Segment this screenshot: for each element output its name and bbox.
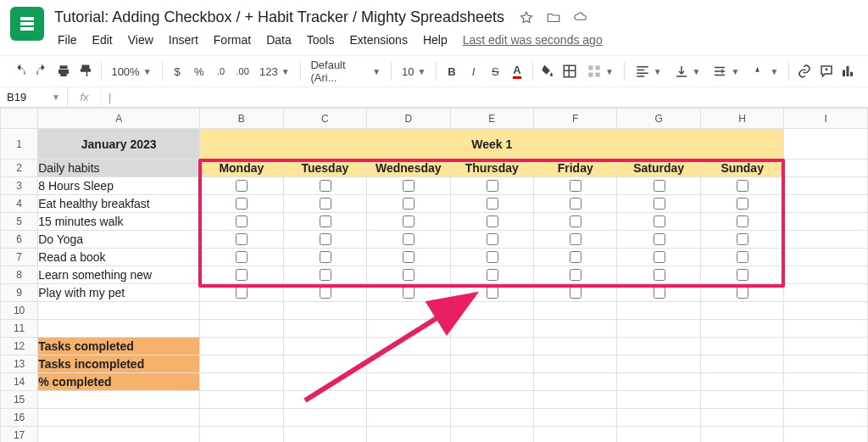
checkbox-B4[interactable] (236, 198, 248, 210)
cell-E14[interactable] (450, 373, 533, 391)
cell-C11[interactable] (283, 320, 366, 338)
checkbox-F5[interactable] (570, 215, 581, 227)
checkbox-D6[interactable] (403, 233, 415, 245)
cell-F10[interactable] (534, 302, 617, 320)
cell-I6[interactable] (784, 231, 868, 249)
cell-B17[interactable] (200, 427, 283, 443)
checkbox-B3[interactable] (236, 180, 248, 192)
column-header-C[interactable]: C (283, 109, 366, 129)
cell-F11[interactable] (534, 320, 617, 338)
checkbox-E8[interactable] (487, 269, 498, 281)
day-header-tuesday[interactable]: Tuesday (283, 159, 366, 177)
menu-tools[interactable]: Tools (300, 30, 342, 50)
habit-label-row-6[interactable]: Do Yoga (38, 231, 200, 249)
stats-label-row-12[interactable]: Tasks completed (38, 338, 200, 355)
cell-F9[interactable] (534, 284, 617, 302)
cell-D3[interactable] (367, 177, 450, 195)
more-formats-dropdown[interactable]: 123▼ (254, 59, 295, 83)
row-header-5[interactable]: 5 (1, 213, 38, 231)
cell-G17[interactable] (617, 427, 700, 443)
italic-button[interactable]: I (464, 59, 484, 83)
cell-D4[interactable] (367, 195, 450, 213)
cell-I3[interactable] (784, 177, 868, 195)
column-header-H[interactable]: H (700, 109, 783, 129)
checkbox-C3[interactable] (320, 180, 331, 192)
row-header-2[interactable]: 2 (1, 159, 38, 177)
row-header-17[interactable]: 17 (1, 427, 38, 443)
cell-F14[interactable] (534, 373, 617, 391)
cell-B5[interactable] (200, 213, 283, 231)
cell-E10[interactable] (450, 302, 533, 320)
checkbox-D4[interactable] (403, 198, 415, 210)
cloud-status-icon[interactable] (572, 9, 589, 26)
spreadsheet-grid[interactable]: ABCDEFGHI1January 2023Week 12Daily habit… (0, 108, 868, 442)
font-family-dropdown[interactable]: Default (Ari...▼ (305, 59, 386, 83)
select-all-corner[interactable] (1, 109, 38, 129)
cell-B4[interactable] (200, 195, 283, 213)
cell-G5[interactable] (617, 213, 700, 231)
row-header-14[interactable]: 14 (1, 373, 38, 391)
insert-chart-button[interactable] (837, 59, 858, 83)
column-header-F[interactable]: F (534, 109, 617, 129)
cell-I10[interactable] (784, 302, 868, 320)
cell-D13[interactable] (367, 355, 450, 373)
checkbox-H4[interactable] (737, 198, 748, 210)
cell-F8[interactable] (534, 266, 617, 284)
cell-E8[interactable] (450, 266, 533, 284)
move-folder-icon[interactable] (545, 9, 562, 26)
cell-I14[interactable] (784, 373, 868, 391)
format-percent-button[interactable]: % (189, 59, 209, 83)
cell-I2[interactable] (784, 159, 868, 177)
cell-F16[interactable] (534, 409, 617, 427)
day-header-wednesday[interactable]: Wednesday (367, 159, 450, 177)
horizontal-align-dropdown[interactable]: ▼ (630, 59, 667, 83)
row-header-9[interactable]: 9 (1, 284, 38, 302)
checkbox-C9[interactable] (320, 287, 331, 299)
row-header-1[interactable]: 1 (1, 129, 38, 159)
column-header-G[interactable]: G (617, 109, 700, 129)
last-edit-link[interactable]: Last edit was seconds ago (463, 30, 603, 50)
checkbox-B6[interactable] (236, 233, 248, 245)
checkbox-B9[interactable] (236, 287, 248, 299)
checkbox-E4[interactable] (487, 198, 498, 210)
checkbox-G6[interactable] (654, 233, 665, 245)
cell-G15[interactable] (617, 391, 700, 409)
cell-I8[interactable] (784, 266, 868, 284)
cell-H3[interactable] (700, 177, 783, 195)
cell-A17[interactable] (38, 427, 200, 443)
decrease-decimal-button[interactable]: .0 (211, 59, 231, 83)
cell-E5[interactable] (450, 213, 533, 231)
checkbox-H9[interactable] (737, 287, 748, 299)
cell-C6[interactable] (283, 231, 366, 249)
checkbox-F8[interactable] (570, 269, 581, 281)
day-header-sunday[interactable]: Sunday (700, 159, 783, 177)
menu-format[interactable]: Format (207, 30, 258, 50)
cell-C5[interactable] (283, 213, 366, 231)
zoom-dropdown[interactable]: 100%▼ (106, 59, 156, 83)
checkbox-C5[interactable] (320, 215, 331, 227)
column-header-I[interactable]: I (784, 109, 868, 129)
cell-H16[interactable] (700, 409, 783, 427)
menu-view[interactable]: View (121, 30, 160, 50)
checkbox-G4[interactable] (654, 198, 665, 210)
checkbox-G9[interactable] (654, 287, 665, 299)
cell-F3[interactable] (534, 177, 617, 195)
increase-decimal-button[interactable]: .00 (232, 59, 253, 83)
cell-D6[interactable] (367, 231, 450, 249)
undo-button[interactable] (10, 59, 31, 83)
cell-F15[interactable] (534, 391, 617, 409)
cell-C16[interactable] (283, 409, 366, 427)
habit-label-row-4[interactable]: Eat healthy breakfast (38, 195, 200, 213)
menu-extensions[interactable]: Extensions (342, 30, 414, 50)
checkbox-G5[interactable] (654, 215, 665, 227)
cell-C8[interactable] (283, 266, 366, 284)
name-box[interactable]: B19 ▼ (0, 87, 68, 107)
habit-label-row-9[interactable]: Play with my pet (38, 284, 200, 302)
checkbox-H3[interactable] (737, 180, 748, 192)
cell-C7[interactable] (283, 249, 366, 266)
cell-E3[interactable] (450, 177, 533, 195)
cell-D5[interactable] (367, 213, 450, 231)
checkbox-C4[interactable] (320, 198, 331, 210)
redo-button[interactable] (32, 59, 53, 83)
checkbox-F4[interactable] (570, 198, 581, 210)
